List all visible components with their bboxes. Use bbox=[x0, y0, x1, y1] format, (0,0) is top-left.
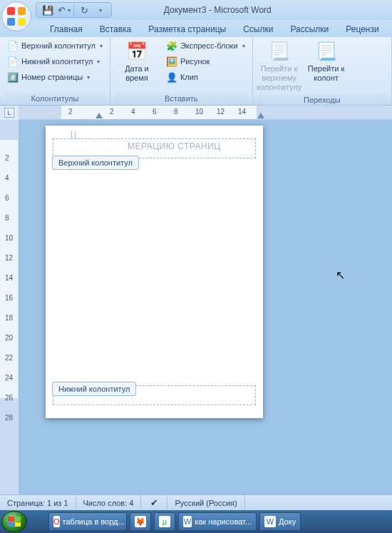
ruler-tick: 26 bbox=[5, 394, 13, 402]
status-proofing[interactable]: ✔ bbox=[141, 495, 167, 510]
picture-button[interactable]: 🖼️Рисунок bbox=[163, 54, 248, 68]
taskbar-item[interactable]: Oтаблица в ворд... bbox=[48, 512, 127, 531]
mouse-cursor-icon: ↖ bbox=[336, 268, 345, 282]
status-bar: Страница: 1 из 1 Число слов: 4 ✔ Русский… bbox=[0, 494, 392, 510]
ribbon-tabs: Главная Вставка Разметка страницы Ссылки… bbox=[0, 20, 392, 37]
utorrent-icon: µ bbox=[159, 516, 170, 527]
ribbon: 📄Верхний колонтитул▾ 📄Нижний колонтитул▾… bbox=[0, 37, 392, 106]
chevron-down-icon: ▾ bbox=[87, 74, 90, 81]
status-page[interactable]: Страница: 1 из 1 bbox=[0, 495, 76, 510]
ruler-tick: 16 bbox=[5, 294, 13, 302]
clip-icon: 👤 bbox=[166, 71, 177, 83]
quick-parts-label: Экспресс-блоки bbox=[180, 41, 238, 50]
goto-footer-button[interactable]: 📃 Перейти к колонт bbox=[306, 39, 347, 84]
undo-icon: ↶ bbox=[56, 4, 66, 16]
ruler-margin-left bbox=[19, 106, 61, 119]
taskbar-item-label: Доку bbox=[279, 517, 296, 526]
quick-parts-button[interactable]: 🧩Экспресс-блоки▾ bbox=[163, 39, 248, 53]
page-number-label: Номер страницы bbox=[21, 73, 83, 81]
title-bar: 💾 ↶▾ ↻ ▾ Документ3 - Microsoft Word bbox=[0, 0, 392, 20]
taskbar-item[interactable]: WДоку bbox=[259, 512, 301, 531]
chevron-down-icon: ▾ bbox=[97, 59, 100, 65]
ruler-tick: 12 bbox=[217, 108, 225, 116]
picture-icon: 🖼️ bbox=[166, 56, 177, 67]
status-word-count[interactable]: Число слов: 4 bbox=[76, 495, 142, 510]
ruler-tick: 4 bbox=[131, 108, 135, 116]
goto-header-button[interactable]: 📃 Перейти к верхнему колонтитулу bbox=[257, 39, 301, 94]
taskbar-item[interactable]: 🦊 bbox=[130, 512, 151, 531]
ruler-margin-right bbox=[257, 106, 392, 119]
right-indent-marker[interactable] bbox=[257, 113, 264, 118]
ruler-tick: 6 bbox=[5, 194, 9, 202]
taskbar: Oтаблица в ворд... 🦊 µ Wкак нарисоват...… bbox=[0, 510, 392, 533]
chevron-down-icon: ▾ bbox=[100, 43, 103, 49]
footer-icon: 📄 bbox=[7, 56, 19, 67]
horizontal-ruler[interactable]: 2 2 4 6 8 10 12 14 bbox=[19, 106, 392, 119]
ruler-tick: 10 bbox=[195, 108, 203, 116]
redo-button[interactable]: ↻ bbox=[77, 4, 91, 16]
redo-icon: ↻ bbox=[78, 4, 90, 16]
tab-review[interactable]: Рецензи bbox=[337, 21, 387, 37]
left-indent-marker[interactable] bbox=[96, 113, 103, 118]
quick-parts-icon: 🧩 bbox=[166, 40, 177, 51]
tab-insert[interactable]: Вставка bbox=[91, 21, 140, 37]
qat-customize[interactable]: ▾ bbox=[93, 4, 107, 16]
header-center-marker bbox=[71, 131, 76, 138]
page[interactable]: Верхний колонтитул МЕРАЦИЮ СТРАНИЦ Нижни… bbox=[46, 126, 263, 418]
goto-header-icon: 📃 bbox=[268, 40, 291, 63]
chevron-down-icon: ▾ bbox=[242, 43, 245, 49]
footer-button[interactable]: 📄Нижний колонтитул▾ bbox=[4, 54, 105, 68]
goto-header-label: Перейти к верхнему колонтитулу bbox=[257, 64, 301, 93]
proofing-icon: ✔ bbox=[148, 497, 160, 509]
group-navigation: 📃 Перейти к верхнему колонтитулу 📃 Перей… bbox=[253, 37, 392, 105]
tab-page-layout[interactable]: Разметка страницы bbox=[140, 21, 234, 37]
header-icon: 📄 bbox=[7, 40, 19, 51]
quick-launch-divider bbox=[30, 514, 46, 529]
chevron-down-icon: ▾ bbox=[99, 7, 102, 14]
tab-home[interactable]: Главная bbox=[41, 21, 91, 37]
ruler-tick: 22 bbox=[5, 354, 13, 362]
ruler-tick: 4 bbox=[5, 174, 9, 182]
tab-mailings[interactable]: Рассылки bbox=[282, 21, 337, 37]
document-canvas[interactable]: Верхний колонтитул МЕРАЦИЮ СТРАНИЦ Нижни… bbox=[19, 120, 392, 494]
clip-art-button[interactable]: 👤Клип bbox=[163, 70, 248, 84]
ruler-tick: 2 bbox=[68, 108, 73, 116]
taskbar-item-label: как нарисоват... bbox=[195, 517, 252, 526]
header-button[interactable]: 📄Верхний колонтитул▾ bbox=[4, 39, 105, 53]
undo-button[interactable]: ↶▾ bbox=[56, 4, 71, 16]
group-headers-footers: 📄Верхний колонтитул▾ 📄Нижний колонтитул▾… bbox=[0, 37, 110, 105]
date-time-button[interactable]: 📅 Дата и время bbox=[115, 39, 159, 84]
vertical-ruler[interactable]: 2 4 6 8 10 12 14 16 18 20 22 24 26 28 bbox=[0, 120, 19, 494]
ruler-tick: 2 bbox=[110, 108, 114, 116]
window-title: Документ3 - Microsoft Word bbox=[164, 5, 272, 15]
tab-references[interactable]: Ссылки bbox=[234, 21, 282, 37]
office-button[interactable] bbox=[1, 1, 31, 31]
picture-label: Рисунок bbox=[180, 57, 210, 66]
page-number-icon: #️⃣ bbox=[7, 71, 19, 83]
word-icon: W bbox=[264, 516, 276, 527]
date-time-icon: 📅 bbox=[125, 40, 148, 63]
ruler-tick: 24 bbox=[5, 374, 13, 382]
separator bbox=[73, 5, 74, 15]
group-label: Вставить bbox=[115, 93, 248, 105]
taskbar-item[interactable]: Wкак нарисоват... bbox=[178, 512, 257, 531]
firefox-icon: 🦊 bbox=[135, 516, 146, 527]
ruler-tick: 2 bbox=[5, 154, 9, 162]
start-button[interactable] bbox=[1, 511, 27, 532]
goto-footer-icon: 📃 bbox=[315, 40, 338, 63]
tab-selector-icon: L bbox=[4, 108, 14, 118]
horizontal-ruler-row: L 2 2 4 6 8 10 12 14 bbox=[0, 106, 392, 120]
taskbar-item[interactable]: µ bbox=[154, 512, 175, 531]
footer-button-label: Нижний колонтитул bbox=[21, 57, 93, 66]
page-number-button[interactable]: #️⃣Номер страницы▾ bbox=[4, 70, 105, 84]
footer-area[interactable]: Нижний колонтитул bbox=[53, 385, 256, 405]
group-label: Переходы bbox=[257, 94, 387, 106]
status-language[interactable]: Русский (Россия) bbox=[167, 495, 244, 510]
date-time-label: Дата и время bbox=[116, 64, 158, 83]
tab-selector[interactable]: L bbox=[0, 106, 19, 120]
document-body-text: МЕРАЦИЮ СТРАНИЦ bbox=[128, 141, 221, 151]
save-button[interactable]: 💾 bbox=[41, 4, 55, 16]
ruler-tick: 10 bbox=[5, 234, 13, 242]
windows-logo-icon bbox=[8, 517, 21, 527]
ruler-tick: 18 bbox=[5, 314, 13, 322]
